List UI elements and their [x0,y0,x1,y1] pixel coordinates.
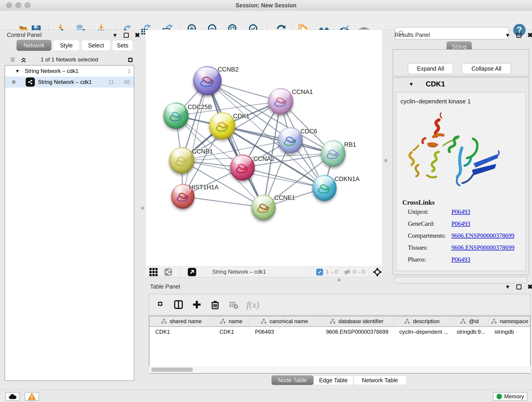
crosslink-link[interactable]: P06493 [451,256,470,263]
table-horizontal-scrollbar[interactable] [149,366,531,373]
delete-column-trash-icon[interactable] [210,299,220,310]
network-node-ccne1[interactable] [251,195,276,220]
open-in-window-icon[interactable] [187,268,196,277]
expand-all-chevron-icon[interactable] [20,56,27,63]
crosslink-label: Compartments: [408,232,446,239]
network-row[interactable]: String Network – cdk1 11 48 [5,77,134,88]
fit-content-crosshair-icon[interactable] [373,267,382,277]
network-name: String Network – cdk1 [38,79,92,85]
network-node-ccnb2[interactable] [193,66,222,95]
section-gene-title: CDK1 [426,80,445,88]
table-panel-close-icon[interactable]: ✖ [527,284,532,289]
crosslink-link[interactable]: P06493 [451,220,470,227]
collapse-all-chevron-icon[interactable] [9,56,17,63]
crosslink-link[interactable]: 9606.ENSP00000378699 [451,232,514,239]
right-splitter-handle[interactable] [384,159,387,162]
table-cell[interactable]: 9606.ENSP00000378699 [320,327,393,337]
table-panel: Table Panel ▼ ✖ f(x) shared namenamecano… [148,282,532,385]
table-cell[interactable]: stringdb:9... [451,327,488,337]
collection-expander-icon[interactable]: ▼ [15,69,20,74]
network-node-cdc6[interactable] [278,127,303,153]
node-label-hist1h1a: HIST1H1A [189,184,219,191]
memory-button[interactable]: Memory [493,392,527,401]
left-splitter-handle[interactable] [141,206,144,210]
collapse-all-button[interactable]: Collapse All [462,63,511,74]
hidden-eye-slash-icon[interactable] [343,269,351,275]
control-panel-close-icon[interactable]: ✖ [135,33,140,38]
network-collection-row[interactable]: ▼ String Network – cdk1 1 [5,65,134,77]
network-node-ccna2[interactable] [230,154,255,181]
selected-count: 1 – 0 [326,269,338,275]
expand-all-button[interactable]: Expand All [408,63,453,74]
network-current-dot-icon [12,80,16,84]
table-cell[interactable]: P06493 [249,327,320,337]
column-header-description[interactable]: description [393,316,451,326]
crosslinks-heading: CrossLinks [402,199,435,206]
section-collapse-icon[interactable]: ▼ [409,81,414,87]
cloud-status-button[interactable] [6,392,20,401]
horizontal-splitter-handle[interactable] [337,279,341,282]
title-bar: Session: New Session [0,0,532,11]
warnings-button[interactable] [25,392,39,401]
tab-style[interactable]: Style [53,40,80,51]
results-panel-title: Results Panel [394,32,430,38]
string-share-icon[interactable] [164,268,172,276]
control-panel-tabs: Network Style Select Sets [17,40,133,51]
column-header-namespace[interactable]: namespace [488,316,531,326]
network-node-ccna1[interactable] [268,88,293,115]
selected-checkbox-icon[interactable] [316,269,323,275]
column-header-database-identifier[interactable]: database identifier [320,316,393,326]
node-structure-thumbnail [174,154,190,168]
tab-select[interactable]: Select [81,40,111,51]
results-panel: Results Panel ▼ ✖ String Expand All Coll… [392,30,532,284]
column-header--id[interactable]: @id [451,316,488,326]
tab-network[interactable]: Network [17,40,51,51]
crosslink-row: Pharos:P06493 [408,256,522,263]
show-columns-icon[interactable] [173,299,184,310]
window-title: Session: New Session [0,2,532,9]
crosslink-link[interactable]: P06493 [451,208,470,216]
birds-eye-grid-icon[interactable] [149,268,158,276]
scrollbar-thumb[interactable] [151,368,193,372]
node-structure-thumbnail [234,162,250,175]
column-header-shared-name[interactable]: shared name [149,316,214,326]
network-options-gear-icon[interactable] [126,55,135,65]
column-header-canonical-name[interactable]: canonical name [249,316,320,326]
delete-table-icon[interactable] [228,299,239,310]
column-header-name[interactable]: name [214,316,249,326]
node-table[interactable]: shared namenamecanonical namedatabase id… [149,316,531,374]
tab-node-table[interactable]: Node Table [272,375,313,385]
network-node-cdkn1a[interactable] [312,175,336,201]
node-label-ccne1: CCNE1 [274,194,295,201]
node-label-ccna2: CCNA2 [253,155,274,162]
table-cell[interactable]: cyclin–dependent ... [393,327,451,337]
warning-icon [28,393,36,400]
tab-sets[interactable]: Sets [112,40,133,51]
control-panel-float-icon[interactable] [124,33,129,38]
add-column-plus-icon[interactable] [191,299,202,310]
results-panel-float-icon[interactable] [516,33,521,38]
network-node-cdk1[interactable] [209,112,235,139]
network-view-canvas[interactable]: CCNB2CCNA1CDC25BCDK1CDC6RB1CCNB1CCNA2CDK… [146,30,382,266]
control-panel-menu-icon[interactable]: ▼ [112,32,118,38]
node-structure-thumbnail [214,120,231,134]
table-cell[interactable]: CDK1 [149,327,214,337]
table-cell[interactable]: stringdb [488,327,531,337]
network-node-rb1[interactable] [321,140,346,167]
table-settings-gear-icon[interactable] [155,299,165,310]
results-panel-close-icon[interactable]: ✖ [527,33,532,38]
crosslink-link[interactable]: 9606.ENSP00000378699 [451,244,514,251]
tab-network-table[interactable]: Network Table [353,375,407,385]
network-node-cdc25b[interactable] [163,102,189,129]
status-bar: Memory [0,390,532,402]
network-node-ccnb1[interactable] [169,147,194,174]
results-panel-menu-icon[interactable]: ▼ [505,32,510,38]
table-panel-menu-icon[interactable]: ▼ [505,284,510,290]
protein-structure-image [404,109,503,193]
table-panel-float-icon[interactable] [516,284,521,289]
table-cell[interactable]: CDK1 [214,327,249,337]
tab-edge-table[interactable]: Edge Table [313,375,353,385]
network-view-toolbar: String Network – cdk1 1 – 0 0 – 0 [146,266,382,277]
table-row[interactable]: CDK1CDK1P064939606.ENSP00000378699cyclin… [149,327,530,337]
results-buttons-box: Expand All Collapse All [393,49,529,76]
